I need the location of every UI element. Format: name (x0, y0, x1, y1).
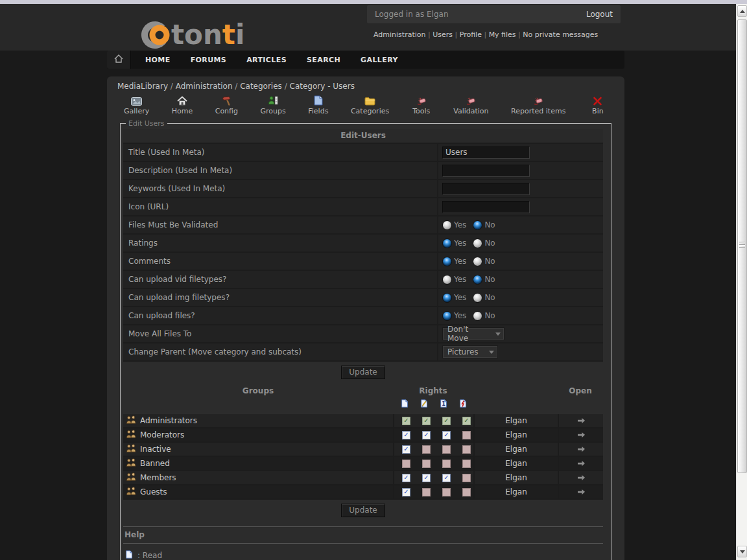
admin-tool-categories[interactable]: Categories (351, 95, 389, 115)
no-label: No (484, 220, 495, 229)
admin-tool-validation[interactable]: Validation (453, 95, 488, 115)
right-checkbox-checked[interactable]: ✓ (442, 431, 451, 439)
no-label: No (484, 257, 495, 266)
nav-home-button[interactable] (107, 51, 131, 69)
change-parent-select[interactable]: Pictures (442, 345, 498, 358)
nav-item-search[interactable]: SEARCH (307, 56, 340, 64)
right-checkbox-checked[interactable]: ✓ (402, 445, 410, 454)
can-upload-img-filetypes-no-radio[interactable] (473, 293, 482, 303)
form-row: Description (Used In Meta) (123, 162, 603, 180)
admin-tool-label: Home (172, 107, 193, 115)
gallery-icon (131, 95, 142, 106)
field-label: Change Parent (Move category and subcats… (123, 344, 437, 360)
ratings-no-radio[interactable] (473, 239, 482, 248)
right-checkbox-unchecked (462, 474, 471, 482)
scrollbar-thumb[interactable] (737, 19, 747, 473)
group-rights: ✓ (393, 443, 473, 456)
user-link-no-private-messages[interactable]: No private messages (523, 30, 598, 39)
browser-scrollbar[interactable] (736, 4, 747, 560)
admin-tool-config[interactable]: Config (215, 95, 238, 115)
help-section: Help : Read: Write (123, 526, 603, 560)
groups-table-header: Groups Rights Open (123, 383, 603, 397)
comments-no-radio[interactable] (473, 257, 482, 266)
admin-tool-reported-items[interactable]: Reported items (511, 95, 565, 115)
open-group-button[interactable] (576, 417, 586, 425)
scrollbar-down-button[interactable] (737, 546, 747, 557)
groups-update-button[interactable]: Update (341, 504, 385, 517)
files-must-be-validated-no-radio[interactable] (473, 220, 482, 230)
admin-tool-home[interactable]: Home (172, 95, 193, 115)
breadcrumb-link-administration[interactable]: Administration (176, 82, 233, 91)
open-group-button[interactable] (576, 446, 586, 453)
admin-tool-fields[interactable]: Fields (308, 95, 328, 115)
comments-yes-radio[interactable] (442, 257, 452, 266)
right-checkbox-unchecked (462, 445, 471, 454)
open-group-button[interactable] (576, 432, 586, 439)
ratings-yes-radio[interactable] (442, 239, 452, 248)
move-all-files-to-select[interactable]: Don't Move (442, 327, 504, 340)
nav-item-gallery[interactable]: GALLERY (361, 56, 398, 64)
description-input[interactable] (442, 165, 530, 177)
group-name: Administrators (140, 416, 197, 425)
group-row-moderators: Moderators✓✓✓Elgan (123, 428, 603, 443)
breadcrumb-link-categories[interactable]: Categories (240, 82, 282, 91)
group-name: Members (140, 473, 176, 482)
admin-tool-groups[interactable]: Groups (261, 95, 286, 115)
right-checkbox-admin-checked: ✓ (442, 417, 451, 425)
keywords-input[interactable] (442, 183, 530, 195)
user-link-users[interactable]: Users (433, 30, 453, 39)
breadcrumb-link-medialibrary[interactable]: MediaLibrary (117, 82, 168, 91)
help-title: Help (123, 527, 603, 544)
right-checkbox-unchecked (422, 460, 431, 468)
form-row: Title (Used In Meta) (123, 144, 603, 162)
right-checkbox-unchecked (422, 488, 431, 496)
can-upload-files-no-radio[interactable] (473, 311, 482, 321)
admin-tool-gallery[interactable]: Gallery (124, 95, 149, 115)
open-group-button[interactable] (576, 474, 586, 482)
can-upload-vid-filetypes-yes-radio[interactable] (442, 275, 452, 285)
can-upload-files-yes-radio[interactable] (442, 311, 452, 321)
user-link-administration[interactable]: Administration (374, 30, 426, 39)
form-row: Change Parent (Move category and subcats… (123, 344, 603, 362)
right-checkbox-checked[interactable]: ✓ (402, 474, 410, 482)
right-checkbox-checked[interactable]: ✓ (422, 431, 431, 439)
scroll-up-icon (740, 10, 745, 13)
admin-tool-tools[interactable]: Tools (412, 95, 431, 115)
user-link-my-files[interactable]: My files (489, 30, 516, 39)
field-label: Keywords (Used In Meta) (123, 180, 437, 197)
admin-tool-label: Fields (308, 107, 328, 115)
field-label: Ratings (123, 235, 437, 251)
right-checkbox-unchecked (462, 488, 471, 496)
right-checkbox-unchecked (442, 488, 451, 496)
right-checkbox-checked[interactable]: ✓ (402, 488, 410, 496)
group-members-icon (126, 444, 137, 455)
scrollbar-up-button[interactable] (737, 5, 747, 17)
can-upload-img-filetypes-yes-radio[interactable] (442, 293, 452, 303)
field-label: Files Must Be Validated (123, 216, 437, 233)
form-title: Edit-Users (123, 129, 603, 144)
form-row: Icon (URL) (123, 198, 603, 216)
group-owner: Elgan (473, 457, 558, 470)
nav-item-home[interactable]: HOME (145, 56, 171, 64)
files-must-be-validated-yes-radio[interactable] (442, 220, 452, 230)
cotonti-logo[interactable]: tonti (139, 17, 262, 51)
nav-item-articles[interactable]: ARTICLES (246, 56, 287, 64)
can-upload-vid-filetypes-no-radio[interactable] (473, 275, 482, 285)
form-row: Can upload img filetypes?YesNo (123, 289, 603, 307)
right-checkbox-checked[interactable]: ✓ (442, 474, 451, 482)
user-link-profile[interactable]: Profile (460, 30, 482, 39)
title-input[interactable] (442, 146, 530, 159)
nav-item-forums[interactable]: FORUMS (191, 56, 227, 64)
read-icon (400, 399, 409, 411)
logout-link[interactable]: Logout (586, 10, 613, 19)
right-checkbox-checked[interactable]: ✓ (402, 431, 410, 439)
right-checkbox-unchecked (462, 431, 471, 439)
field-label: Can upload files? (123, 307, 437, 324)
group-name: Banned (140, 459, 170, 468)
right-checkbox-checked[interactable]: ✓ (422, 474, 431, 482)
form-update-button[interactable]: Update (341, 366, 385, 379)
admin-tool-bin[interactable]: Bin (588, 95, 608, 115)
icon-url-input[interactable] (442, 201, 530, 213)
open-group-button[interactable] (576, 489, 586, 496)
open-group-button[interactable] (576, 460, 586, 467)
